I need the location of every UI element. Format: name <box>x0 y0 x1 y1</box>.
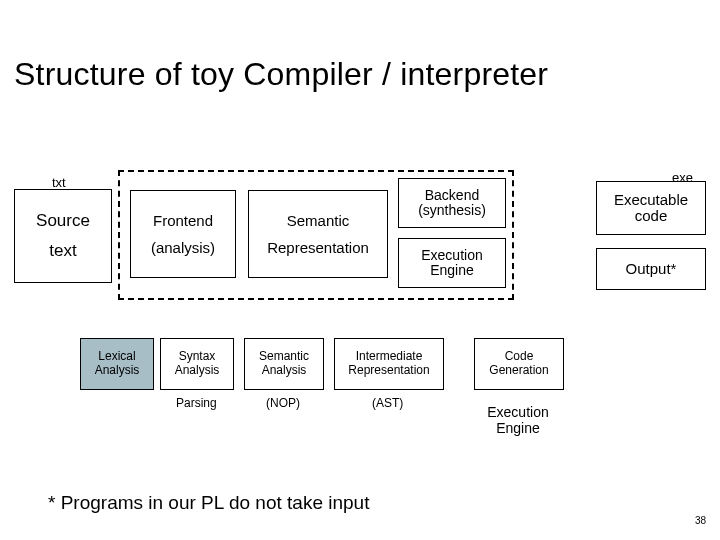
source-top: Source <box>36 211 90 231</box>
semantic-rep-box: Semantic Representation <box>248 190 388 278</box>
source-box: Source text <box>14 189 112 283</box>
analysis-label: (analysis) <box>151 239 215 256</box>
code-generation-box: Code Generation <box>474 338 564 390</box>
exec-engine-bottom: Engine <box>430 263 474 278</box>
intermediate-rep-box: Intermediate Representation <box>334 338 444 390</box>
syntax-analysis-box: Syntax Analysis <box>160 338 234 390</box>
backend-top: Backend <box>425 188 479 203</box>
representation-label: Representation <box>267 239 369 256</box>
exec-engine-small: Execution Engine <box>478 404 558 436</box>
exec-engine-top: Execution <box>421 248 482 263</box>
semantic-label: Semantic <box>287 212 350 229</box>
exec-small-top: Execution <box>478 404 558 420</box>
frontend-label: Frontend <box>153 212 213 229</box>
output-box: Output* <box>596 248 706 290</box>
txt-label: txt <box>52 175 66 190</box>
lexical-analysis-box: Lexical Analysis <box>80 338 154 390</box>
parsing-label: Parsing <box>176 396 217 410</box>
page-number: 38 <box>695 515 706 526</box>
backend-bottom: (synthesis) <box>418 203 486 218</box>
slide: Structure of toy Compiler / interpreter … <box>0 0 720 540</box>
executable-bottom: code <box>635 208 668 225</box>
executable-box: Executable code <box>596 181 706 235</box>
ast-label: (AST) <box>372 396 403 410</box>
slide-title: Structure of toy Compiler / interpreter <box>14 56 548 93</box>
source-bottom: text <box>49 241 76 261</box>
semantic-analysis-box: Semantic Analysis <box>244 338 324 390</box>
nop-label: (NOP) <box>266 396 300 410</box>
footnote: * Programs in our PL do not take input <box>48 492 369 514</box>
exec-small-bottom: Engine <box>478 420 558 436</box>
execution-engine-box: Execution Engine <box>398 238 506 288</box>
backend-box: Backend (synthesis) <box>398 178 506 228</box>
executable-top: Executable <box>614 192 688 209</box>
frontend-box: Frontend (analysis) <box>130 190 236 278</box>
